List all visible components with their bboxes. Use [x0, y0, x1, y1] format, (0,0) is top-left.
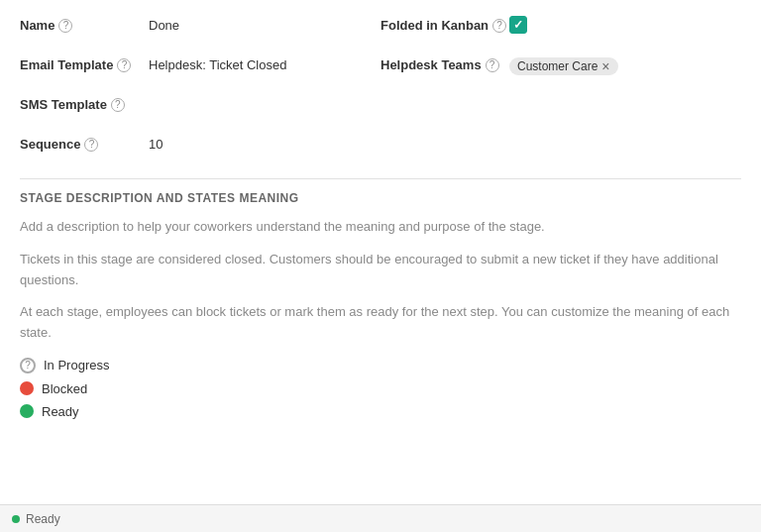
email-template-row: Email Template ? Helpdesk: Ticket Closed: [20, 55, 380, 83]
folded-kanban-label: Folded in Kanban ?: [380, 16, 509, 33]
in-progress-icon: ?: [20, 358, 36, 373]
customer-care-tag-close[interactable]: ×: [601, 59, 609, 73]
form-right: Folded in Kanban ? Helpdesk Teams ? Cust…: [380, 16, 741, 162]
customer-care-tag-label: Customer Care: [517, 59, 598, 73]
name-value: Done: [149, 16, 179, 33]
ready-label: Ready: [42, 404, 79, 419]
section-title: STAGE DESCRIPTION AND STATES MEANING: [20, 191, 741, 205]
section-divider: [20, 178, 741, 179]
name-help-icon[interactable]: ?: [58, 19, 72, 33]
sms-template-row: SMS Template ?: [20, 95, 380, 123]
customer-care-tag: Customer Care ×: [509, 57, 618, 75]
name-row: Name ? Done: [20, 16, 380, 44]
description-para-1: Add a description to help your coworkers…: [20, 217, 741, 238]
folded-kanban-checkbox[interactable]: [509, 16, 527, 34]
helpdesk-teams-label: Helpdesk Teams ?: [380, 55, 509, 72]
blocked-dot: [20, 381, 34, 395]
helpdesk-teams-row: Helpdesk Teams ? Customer Care ×: [380, 55, 741, 83]
state-in-progress: ? In Progress: [20, 358, 741, 373]
status-label: Ready: [26, 512, 60, 526]
ready-dot: [20, 404, 34, 418]
state-blocked: Blocked: [20, 381, 741, 396]
name-label: Name ?: [20, 16, 149, 33]
form-grid: Name ? Done Email Template ? Helpdesk: T…: [20, 16, 741, 162]
form-left: Name ? Done Email Template ? Helpdesk: T…: [20, 16, 380, 162]
email-template-value: Helpdesk: Ticket Closed: [149, 55, 286, 72]
sms-template-label: SMS Template ?: [20, 95, 149, 112]
sequence-row: Sequence ? 10: [20, 135, 380, 162]
sequence-value: 10: [149, 135, 163, 152]
description-para-3: At each stage, employees can block ticke…: [20, 302, 741, 344]
sms-template-help-icon[interactable]: ?: [111, 98, 125, 112]
email-template-help-icon[interactable]: ?: [117, 58, 131, 72]
helpdesk-teams-value: Customer Care ×: [509, 55, 618, 75]
description-text-block: Add a description to help your coworkers…: [20, 217, 741, 344]
helpdesk-teams-help-icon[interactable]: ?: [486, 58, 499, 72]
status-bar: Ready: [0, 504, 761, 532]
status-dot: [12, 515, 20, 523]
stage-description-section: STAGE DESCRIPTION AND STATES MEANING Add…: [20, 191, 741, 419]
in-progress-label: In Progress: [44, 358, 109, 372]
email-template-label: Email Template ?: [20, 55, 149, 72]
description-para-2: Tickets in this stage are considered clo…: [20, 250, 741, 291]
states-list: ? In Progress Blocked Ready: [20, 358, 741, 419]
folded-kanban-help-icon[interactable]: ?: [492, 19, 506, 33]
blocked-label: Blocked: [42, 381, 87, 396]
form-container: Name ? Done Email Template ? Helpdesk: T…: [0, 0, 761, 435]
state-ready: Ready: [20, 404, 741, 419]
sequence-help-icon[interactable]: ?: [84, 138, 98, 152]
folded-kanban-row: Folded in Kanban ?: [380, 16, 741, 44]
sequence-label: Sequence ?: [20, 135, 149, 152]
